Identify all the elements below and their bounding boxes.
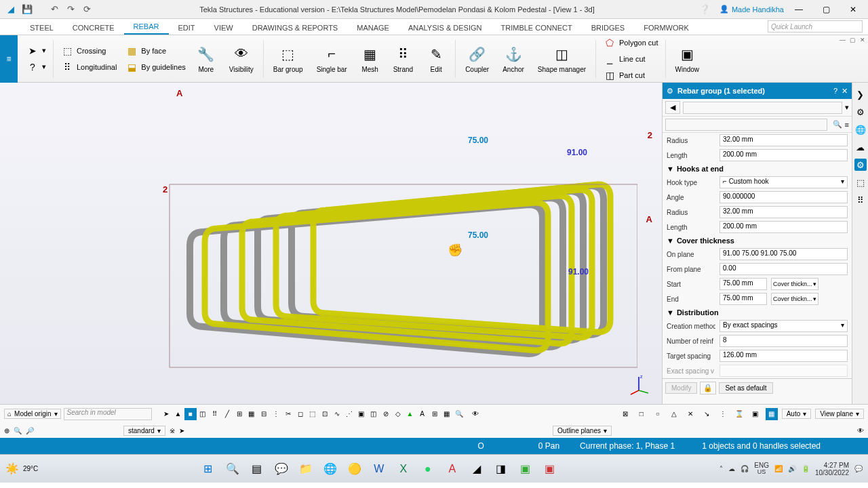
tab-edit[interactable]: EDIT	[169, 21, 205, 35]
list-icon[interactable]: ≡	[845, 121, 849, 129]
explorer-icon[interactable]: 📁	[294, 458, 317, 480]
linecut-button[interactable]: ⎯Line cut	[603, 51, 658, 67]
autocad-icon[interactable]: A	[441, 458, 464, 480]
child-close[interactable]: ✕	[860, 37, 865, 43]
tb-ico-16[interactable]: ⋰	[343, 408, 355, 420]
tab-manage[interactable]: MANAGE	[347, 21, 399, 35]
search-icon-sm[interactable]: 🔍	[14, 427, 22, 434]
visibility-button[interactable]: 👁Visibility	[222, 42, 260, 76]
rb-10[interactable]: ▦	[766, 408, 778, 420]
tb-ico-9[interactable]: ⊟	[258, 408, 270, 420]
quick-launch-input[interactable]: Quick Launch	[768, 20, 863, 33]
side-settings-icon[interactable]: ⚙	[854, 159, 867, 171]
creation-select[interactable]: By exact spacings▾	[719, 320, 848, 332]
repeat-icon[interactable]: ⟳	[81, 4, 92, 15]
byguidelines-button[interactable]: ⬓By guidelines	[125, 59, 185, 75]
tb-ico-24[interactable]: ▦	[441, 408, 453, 420]
tb-ico-1[interactable]: ➤	[160, 408, 172, 420]
radius-input[interactable]: 32.00 mm	[719, 134, 848, 146]
length2-input[interactable]: 200.00 mm	[719, 221, 848, 233]
chat-icon[interactable]: 💬	[270, 458, 293, 480]
radius2-input[interactable]: 32.00 mm	[719, 206, 848, 218]
tb-ico-6[interactable]: ╱	[221, 408, 233, 420]
section-cover[interactable]: ▼ Cover thickness	[663, 235, 852, 247]
tb-ico-18[interactable]: ◫	[368, 408, 380, 420]
viewport-3d[interactable]: A 2 2 A 75.00 91.00 75.00 91.00 ✊ z	[0, 83, 662, 404]
angle-input[interactable]: 90.000000	[719, 191, 848, 203]
rb-8[interactable]: ⌛	[733, 408, 745, 420]
pointer-tool[interactable]: ➤▾	[26, 43, 46, 59]
tab-view[interactable]: VIEW	[205, 21, 243, 35]
rb-5[interactable]: ✕	[684, 408, 696, 420]
prev-arrow-icon[interactable]: ◀	[665, 101, 680, 114]
auto-dd[interactable]: Auto▾	[782, 409, 812, 419]
tab-trimble[interactable]: TRIMBLE CONNECT	[492, 21, 582, 35]
start-dd[interactable]: Cover thickn...▾	[771, 278, 818, 290]
tb-ico-25[interactable]: 🔍	[453, 408, 465, 420]
tb-ico-20[interactable]: ◇	[392, 408, 404, 420]
child-min[interactable]: —	[840, 37, 846, 43]
tab-analysis[interactable]: ANALYSIS & DESIGN	[399, 21, 492, 35]
partcut-button[interactable]: ◫Part cut	[603, 67, 658, 83]
tab-rebar[interactable]: REBAR	[124, 20, 169, 35]
standard-dd[interactable]: standard▾	[123, 426, 165, 436]
origin-icon-sm[interactable]: ⊕	[4, 427, 9, 434]
eye-toggle-icon[interactable]: 👁	[472, 410, 479, 418]
tab-steel[interactable]: STEEL	[20, 21, 63, 35]
search-model-input[interactable]: Search in model	[64, 408, 152, 420]
tb-ico-4[interactable]: ◫	[197, 408, 209, 420]
panel-help-icon[interactable]: ?	[833, 87, 837, 95]
panel-search-input[interactable]	[665, 119, 827, 131]
tb-ico-23[interactable]: ⊞	[429, 408, 441, 420]
save-icon[interactable]: 💾	[22, 4, 33, 15]
tray-time[interactable]: 4:27 PM	[815, 462, 849, 469]
tb-ico-14[interactable]: ⊡	[319, 408, 331, 420]
excel-icon[interactable]: X	[392, 458, 415, 480]
word-icon[interactable]: W	[368, 458, 391, 480]
search-task-icon[interactable]: 🔍	[221, 458, 244, 480]
crossing-button[interactable]: ⬚Crossing	[60, 43, 117, 59]
rb-1[interactable]: ⊠	[619, 408, 631, 420]
child-max[interactable]: ▢	[850, 37, 856, 43]
gear-icon[interactable]: ⚙	[667, 87, 673, 96]
panel-close-icon[interactable]: ✕	[842, 87, 848, 96]
search-icon[interactable]: 🔍	[833, 120, 842, 129]
lock-icon[interactable]: 🔒	[700, 382, 716, 394]
tb-ico-13[interactable]: ⬚	[307, 408, 319, 420]
undo-icon[interactable]: ↶	[49, 4, 60, 15]
side-globe-icon[interactable]: 🌐	[854, 123, 867, 136]
numreinf-input[interactable]: 8	[719, 335, 848, 347]
pointer-sm-icon[interactable]: ➤	[179, 427, 184, 434]
targetsp-input[interactable]: 126.00 mm	[719, 350, 848, 362]
polygoncut-button[interactable]: ⬠Polygon cut	[603, 35, 658, 51]
tab-bridges[interactable]: BRIDGES	[582, 21, 635, 35]
side-gear-icon[interactable]: ⚙	[854, 106, 867, 118]
user-display[interactable]: 👤 Made Handikha	[719, 5, 784, 14]
end-dd[interactable]: Cover thickn...▾	[771, 293, 818, 305]
preset-dropdown[interactable]	[683, 102, 842, 114]
redo-icon[interactable]: ↷	[65, 4, 76, 15]
rb-6[interactable]: ↘	[701, 408, 713, 420]
tb-ico-3[interactable]: ■	[184, 408, 197, 420]
tb-ico-10[interactable]: ⋮	[270, 408, 282, 420]
tb-ico-17[interactable]: ▣	[355, 408, 368, 420]
length-input[interactable]: 200.00 mm	[719, 149, 848, 161]
tb-ico-22[interactable]: A	[416, 408, 429, 420]
maximize-button[interactable]: ▢	[814, 0, 838, 19]
menu-icon[interactable]: ≡	[6, 54, 11, 64]
side-grid-icon[interactable]: ⠿	[854, 194, 867, 206]
model-origin-select[interactable]: ⌂ Model origin ▾	[4, 409, 61, 419]
tb-ico-19[interactable]: ⊘	[380, 408, 392, 420]
tray-chevron-icon[interactable]: ˄	[719, 465, 723, 472]
mesh-button[interactable]: ▦Mesh	[354, 42, 387, 76]
strand-button[interactable]: ⠿Strand	[387, 42, 420, 76]
camtasia2-icon[interactable]: ▣	[538, 458, 561, 480]
taskview-icon[interactable]: ▤	[245, 458, 269, 480]
modify-button[interactable]: Modify	[665, 382, 697, 394]
zoom-icon-sm[interactable]: 🔎	[26, 427, 34, 434]
side-cloud-icon[interactable]: ☁	[854, 141, 867, 153]
side-arrow-icon[interactable]: ❯	[854, 88, 867, 100]
exactsp-input[interactable]	[719, 365, 848, 377]
help-icon[interactable]: ❔	[699, 4, 710, 15]
side-cube-icon[interactable]: ⬚	[854, 176, 867, 188]
